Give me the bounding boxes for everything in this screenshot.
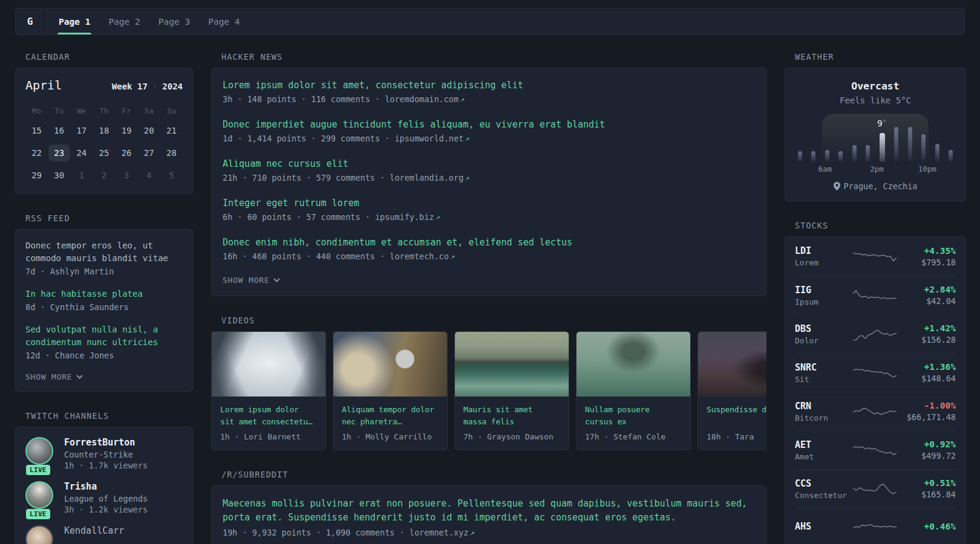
hn-meta-text: 3h · 148 points · 116 comments · loremdo… — [223, 94, 459, 104]
stock-row[interactable]: CRN Bitcorn -1.00% $66,171.48 — [795, 392, 956, 430]
calendar-week-year: Week 17 · 2024 — [112, 82, 183, 91]
calendar-weekday: Tu — [54, 105, 64, 117]
videos-row: Lorem ipsum dolor sit amet consectetu… 1… — [211, 331, 766, 450]
hn-item-link[interactable]: Donec enim nibh, condimentum et accumsan… — [223, 236, 755, 249]
app-logo[interactable]: G — [16, 8, 45, 34]
hn-item-meta: 6h · 60 points · 57 comments · ipsumify.… — [223, 212, 755, 222]
hn-item-link[interactable]: Donec imperdiet augue tincidunt felis al… — [223, 118, 755, 131]
calendar-day: 20 — [138, 122, 160, 139]
calendar-weekday: Su — [167, 105, 176, 117]
twitch-channel-category: Counter-Strike — [64, 450, 148, 459]
stocks-widget: STOCKS LDI Lorem +4.35% $795.18 IIG — [785, 221, 966, 544]
tab-page-4[interactable]: Page 4 — [207, 8, 241, 34]
stock-row[interactable]: AHS +0.46% — [795, 508, 956, 544]
hacker-news-widget: HACKER NEWS Lorem ipsum dolor sit amet, … — [211, 52, 766, 296]
hn-item-meta: 21h · 710 points · 579 comments · loreml… — [223, 173, 755, 183]
rss-item-link[interactable]: Sed volutpat nulla nisl, a condimentum n… — [25, 323, 183, 349]
current-temperature-label: 9° — [877, 118, 886, 128]
calendar-day: 30 — [48, 167, 70, 184]
twitch-channel-row[interactable]: LIVE Trisha League of Legends 3h · 1.2k … — [25, 481, 183, 514]
reddit-post-link[interactable]: Maecenas mollis pulvinar erat non posuer… — [223, 497, 755, 525]
weather-bar — [838, 151, 843, 162]
rss-section-title: RSS FEED — [25, 213, 193, 223]
stock-row[interactable]: CCS Consectetur +0.51% $165.84 — [795, 469, 956, 508]
video-card[interactable]: Mauris sit amet massa felis 7h · Grayson… — [454, 331, 569, 450]
stock-ticker: CRN — [795, 401, 853, 412]
calendar-widget: CALENDAR April Week 17 · 2024 MoTuWeThFr… — [15, 52, 193, 194]
hn-item-link[interactable]: Lorem ipsum dolor sit amet, consectetur … — [223, 79, 755, 92]
weather-feels-like: Feels like 5°C — [795, 96, 956, 105]
hn-item: Aliquam nec cursus elit 21h · 710 points… — [223, 158, 755, 183]
twitch-channel-row[interactable]: LIVE ForrestBurton Counter-Strike 1h · 1… — [25, 437, 183, 470]
twitch-channel-row[interactable]: KendallCarr — [25, 525, 183, 544]
video-card[interactable]: Lorem ipsum dolor sit amet consectetu… 1… — [211, 331, 326, 450]
hn-item-link[interactable]: Integer eget rutrum lorem — [223, 197, 755, 210]
show-more-label: SHOW MORE — [223, 276, 269, 285]
calendar-day: 17 — [71, 122, 93, 139]
stock-price: $148.64 — [921, 374, 956, 383]
video-card[interactable]: Aliquam tempor dolor nec pharetra… 1h · … — [333, 331, 448, 450]
stock-name: Bitcorn — [795, 413, 853, 423]
avatar — [25, 525, 53, 544]
stock-name: Lorem — [795, 258, 853, 267]
stock-sparkline — [853, 520, 897, 536]
weather-widget: WEATHER Overcast Feels like 5°C 9° 6am 2… — [785, 52, 966, 201]
stock-price: $499.72 — [921, 451, 956, 461]
twitch-section-title: TWITCH CHANNELS — [25, 411, 193, 421]
hn-show-more-button[interactable]: SHOW MORE — [223, 276, 755, 285]
separator-dot: · — [152, 82, 157, 91]
stock-row[interactable]: SNRC Sit +1.36% $148.64 — [795, 353, 956, 392]
rss-show-more-button[interactable]: SHOW MORE — [25, 372, 183, 381]
calendar-grid: MoTuWeThFrSaSu15161718192021222324252627… — [25, 105, 183, 184]
tab-page-1[interactable]: Page 1 — [57, 8, 91, 34]
stock-price: $42.04 — [924, 296, 956, 306]
tab-page-2[interactable]: Page 2 — [107, 8, 141, 34]
stock-price: $795.18 — [921, 257, 956, 267]
weather-location: Prague, Czechia — [795, 181, 956, 191]
twitch-channel-name: ForrestBurton — [64, 437, 148, 448]
stock-change: +4.35% — [921, 246, 956, 256]
external-link-icon: ↗ — [465, 173, 469, 182]
video-card[interactable]: Suspendisse diam 18h · Tara — [697, 331, 766, 450]
weather-bar — [825, 150, 829, 162]
time-label: 10pm — [918, 164, 936, 173]
reddit-post: Maecenas mollis pulvinar erat non posuer… — [223, 497, 755, 537]
rss-item-link[interactable]: Donec tempor eros leo, ut commodo mauris… — [25, 239, 183, 265]
calendar-day: 3 — [116, 167, 137, 184]
stock-name: Consectetur — [795, 491, 853, 500]
stock-row[interactable]: IIG Ipsum +2.84% $42.04 — [795, 276, 956, 314]
subreddit-section-title: /R/SUBREDDIT — [221, 470, 766, 479]
stock-sparkline — [853, 248, 897, 264]
external-link-icon: ↗ — [436, 213, 440, 221]
video-card[interactable]: Nullam posuere cursus ex 17h · Stefan Co… — [576, 331, 691, 450]
time-label: 2pm — [870, 164, 884, 173]
hn-item-link[interactable]: Aliquam nec cursus elit — [223, 158, 755, 170]
video-meta: 18h · Tara — [707, 432, 766, 441]
video-title: Lorem ipsum dolor sit amet consectetu… — [220, 404, 317, 428]
chevron-down-icon — [273, 278, 280, 282]
rss-item-link[interactable]: In hac habitasse platea — [25, 288, 183, 300]
stock-row[interactable]: LDI Lorem +4.35% $795.18 — [795, 237, 956, 276]
location-pin-icon — [834, 182, 840, 190]
weather-time-axis: 6am 2pm 10pm — [798, 164, 953, 174]
tab-page-3[interactable]: Page 3 — [157, 8, 191, 34]
calendar-weekday: Mo — [32, 105, 41, 117]
calendar-day: 29 — [26, 167, 48, 184]
calendar-day: 1 — [71, 167, 93, 184]
stock-row[interactable]: AET Amet +0.92% $499.72 — [795, 430, 956, 469]
video-title: Nullam posuere cursus ex — [585, 404, 682, 428]
stock-change: +2.84% — [924, 285, 956, 294]
stock-row[interactable]: DBS Dolor +1.42% $156.28 — [795, 314, 956, 353]
stock-change: +1.36% — [921, 362, 956, 372]
videos-widget: VIDEOS Lorem ipsum dolor sit amet consec… — [211, 316, 766, 450]
stock-sparkline — [853, 481, 897, 497]
calendar-day: 2 — [93, 167, 115, 184]
weather-bar — [894, 127, 898, 162]
video-meta: 1h · Lori Barnett — [220, 432, 317, 441]
stock-price: $156.28 — [921, 335, 956, 345]
weather-bar — [852, 145, 857, 162]
rss-item: In hac habitasse platea 8d · Cynthia Sau… — [25, 288, 183, 312]
hn-item-meta: 1d · 1,414 points · 299 comments · ipsum… — [223, 134, 755, 143]
stock-sparkline — [853, 442, 897, 458]
subreddit-widget: /R/SUBREDDIT Maecenas mollis pulvinar er… — [211, 470, 766, 544]
